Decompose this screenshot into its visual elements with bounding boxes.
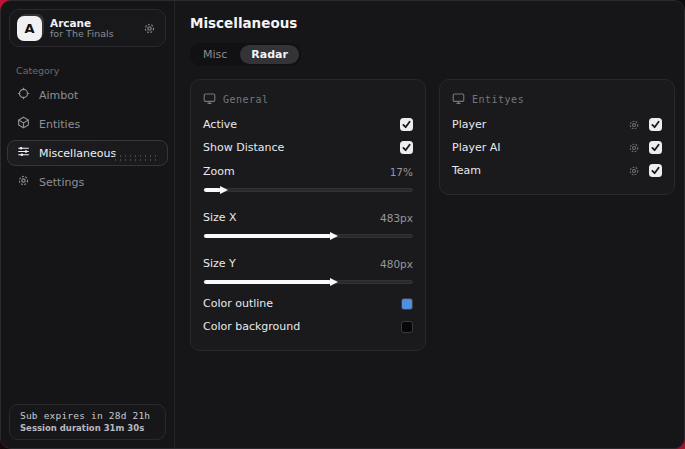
color-outline-label: Color outline <box>203 297 273 310</box>
size-y-row: Size Y 480px <box>203 252 413 275</box>
sidebar-item-entities[interactable]: Entities <box>7 111 168 137</box>
show-distance-row: Show Distance <box>203 136 413 159</box>
color-outline-row: Color outline <box>203 292 413 315</box>
entity-checkbox-player[interactable] <box>649 118 662 131</box>
size-x-slider[interactable] <box>203 230 413 242</box>
entity-label: Team <box>452 164 481 177</box>
color-outline-swatch[interactable] <box>401 298 413 310</box>
sidebar-nav: Aimbot Entities <box>1 82 174 195</box>
app-window: A Arcane for The Finals Category Aimbot <box>0 0 685 449</box>
entity-gear-icon[interactable] <box>628 119 640 131</box>
color-background-swatch[interactable] <box>401 321 413 333</box>
size-y-slider-thumb[interactable] <box>330 278 338 286</box>
monitor-icon <box>452 90 465 109</box>
monitor-icon <box>203 90 216 109</box>
app-title: Arcane <box>50 17 135 29</box>
active-label: Active <box>203 118 237 131</box>
dots-decoration <box>113 154 159 161</box>
zoom-row: Zoom 17% <box>203 160 413 183</box>
cube-icon <box>17 116 30 132</box>
subscription-box: Sub expires in 28d 21h Session duration … <box>9 404 166 440</box>
entities-panel: Entityes Player <box>439 79 675 195</box>
sidebar-item-label: Aimbot <box>39 89 78 102</box>
entity-row-player: Player <box>452 113 662 136</box>
sidebar-item-label: Entities <box>39 118 80 131</box>
size-x-slider-thumb[interactable] <box>330 232 338 240</box>
entity-checkbox-player-ai[interactable] <box>649 141 662 154</box>
subscription-expiry: Sub expires in 28d 21h <box>20 410 155 421</box>
entity-gear-icon[interactable] <box>628 165 640 177</box>
page-title: Miscellaneous <box>190 15 675 31</box>
entity-row-player-ai: Player AI <box>452 136 662 159</box>
sidebar-item-settings[interactable]: Settings <box>7 169 168 195</box>
show-distance-label: Show Distance <box>203 141 284 154</box>
size-x-label: Size X <box>203 211 237 224</box>
zoom-value: 17% <box>390 166 413 178</box>
sliders-icon <box>17 145 30 161</box>
show-distance-checkbox[interactable] <box>400 141 413 154</box>
active-checkbox[interactable] <box>400 118 413 131</box>
tab-bar: Misc Radar <box>190 43 301 66</box>
main-content: Miscellaneous Misc Radar General Active <box>175 1 685 448</box>
size-y-label: Size Y <box>203 257 236 270</box>
gear-icon <box>17 174 30 190</box>
size-x-value: 483px <box>380 212 413 224</box>
app-logo: A <box>17 16 42 41</box>
size-x-row: Size X 483px <box>203 206 413 229</box>
zoom-slider[interactable] <box>203 184 413 196</box>
entity-label: Player <box>452 118 486 131</box>
entities-panel-title: Entityes <box>472 94 524 105</box>
entity-gear-icon[interactable] <box>628 142 640 154</box>
entity-checkbox-team[interactable] <box>649 164 662 177</box>
general-panel: General Active Show Distance Zoom <box>190 79 426 351</box>
tab-misc[interactable]: Misc <box>192 45 238 64</box>
session-duration: Session duration 31m 30s <box>20 423 155 433</box>
sidebar-item-miscellaneous[interactable]: Miscellaneous <box>7 140 168 166</box>
sidebar-item-label: Miscellaneous <box>39 147 116 160</box>
entity-row-team: Team <box>452 159 662 182</box>
zoom-slider-thumb[interactable] <box>220 186 228 194</box>
sidebar-item-aimbot[interactable]: Aimbot <box>7 82 168 108</box>
size-y-slider[interactable] <box>203 276 413 288</box>
zoom-label: Zoom <box>203 165 235 178</box>
color-background-label: Color background <box>203 320 300 333</box>
sidebar-header: A Arcane for The Finals <box>9 9 166 47</box>
tab-radar[interactable]: Radar <box>240 45 299 64</box>
sidebar-item-label: Settings <box>39 176 84 189</box>
general-panel-title: General <box>223 94 269 105</box>
active-row: Active <box>203 113 413 136</box>
color-background-row: Color background <box>203 315 413 338</box>
header-gear-icon[interactable] <box>143 22 156 35</box>
crosshair-icon <box>17 87 30 103</box>
category-label: Category <box>16 65 174 76</box>
size-y-value: 480px <box>380 258 413 270</box>
app-subtitle: for The Finals <box>50 29 135 40</box>
entity-label: Player AI <box>452 141 501 154</box>
sidebar: A Arcane for The Finals Category Aimbot <box>1 1 175 448</box>
